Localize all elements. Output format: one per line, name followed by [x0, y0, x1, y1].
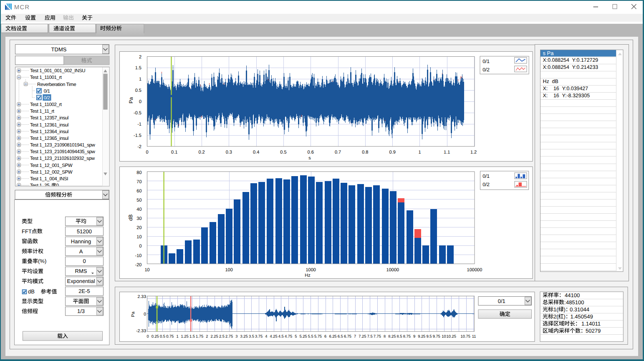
svg-text:100000: 100000 — [467, 268, 482, 273]
svg-text:0.1: 0.1 — [171, 150, 177, 155]
svg-text:0.25: 0.25 — [152, 334, 159, 338]
svg-text:10: 10 — [144, 268, 149, 273]
svg-text:2: 2 — [206, 334, 208, 338]
svg-text:9.75: 9.75 — [433, 334, 440, 338]
svg-text:485100: 485100 — [566, 299, 584, 305]
svg-text:-1: -1 — [137, 122, 141, 127]
svg-text:7.25: 7.25 — [359, 334, 366, 338]
svg-text:MCR: MCR — [14, 4, 30, 11]
svg-text:Hanning: Hanning — [71, 238, 91, 245]
svg-text:X:0.088254 Y:0.214233: X:0.088254 Y:0.214233 — [543, 64, 599, 70]
svg-text:0/1: 0/1 — [44, 89, 50, 94]
svg-text:0.4: 0.4 — [253, 150, 259, 155]
svg-text:Test 1_12364_insul: Test 1_12364_insul — [30, 129, 68, 134]
svg-text:1.14011: 1.14011 — [581, 321, 601, 327]
svg-text:6.25: 6.25 — [329, 334, 336, 338]
svg-text:5.5: 5.5 — [308, 334, 313, 338]
svg-text:1.5: 1.5 — [189, 334, 195, 338]
svg-text:Test 1_11002_rt: Test 1_11002_rt — [30, 102, 62, 107]
svg-text:X:0.088254 Y:0.172729: X:0.088254 Y:0.172729 — [543, 57, 599, 63]
svg-text:11: 11 — [472, 334, 476, 338]
svg-text:0.2: 0.2 — [198, 150, 205, 155]
svg-text:0.75: 0.75 — [166, 334, 174, 338]
svg-text:-10: -10 — [135, 253, 142, 258]
svg-text:0.9: 0.9 — [389, 150, 396, 155]
svg-text:): ) — [564, 306, 566, 313]
svg-text:44100: 44100 — [565, 292, 580, 298]
svg-text:0.8: 0.8 — [362, 150, 368, 155]
svg-text:-1.5: -1.5 — [134, 133, 141, 138]
svg-text:-0.5: -0.5 — [134, 111, 141, 116]
svg-text:-20: -20 — [135, 263, 142, 268]
svg-text:s: s — [543, 50, 546, 56]
svg-text:0/2: 0/2 — [482, 67, 490, 73]
svg-text:Pa: Pa — [131, 311, 136, 317]
svg-text:FFT: FFT — [22, 228, 32, 235]
svg-text:2(: 2( — [553, 313, 558, 320]
svg-text:4: 4 — [265, 334, 267, 338]
svg-text:0: 0 — [144, 312, 146, 317]
svg-text:(%): (%) — [38, 258, 46, 264]
svg-text:A: A — [79, 248, 83, 255]
svg-text:4.5: 4.5 — [278, 334, 284, 338]
svg-text:2.5: 2.5 — [219, 334, 225, 338]
svg-text:3: 3 — [235, 334, 237, 338]
svg-text:0/1: 0/1 — [482, 58, 490, 64]
svg-text:3.75: 3.75 — [255, 334, 263, 338]
svg-text:8: 8 — [384, 334, 386, 338]
svg-text:1: 1 — [139, 77, 141, 82]
svg-text:0/1: 0/1 — [498, 298, 505, 304]
svg-text:1.75: 1.75 — [196, 334, 203, 338]
svg-text:RMS: RMS — [75, 268, 87, 274]
svg-text:Test 1_12_002_SPW: Test 1_12_002_SPW — [30, 170, 73, 175]
svg-text:10.75: 10.75 — [461, 334, 470, 338]
svg-text:51200: 51200 — [77, 228, 92, 235]
svg-text:X: 16 Y:-8.329305: X: 16 Y:-8.329305 — [543, 93, 590, 98]
svg-text:6.75: 6.75 — [344, 334, 351, 338]
svg-text:0.7: 0.7 — [335, 150, 341, 155]
svg-text:3.25: 3.25 — [240, 334, 248, 338]
svg-text:60: 60 — [136, 189, 141, 194]
svg-text:0.5: 0.5 — [280, 150, 286, 155]
svg-text:6: 6 — [324, 334, 326, 338]
svg-text:4.75: 4.75 — [285, 334, 292, 338]
svg-text:10: 10 — [442, 334, 446, 338]
svg-text:Test 1_11_rt: Test 1_11_rt — [30, 109, 55, 114]
svg-text:TDMS: TDMS — [51, 46, 67, 53]
svg-text:Hz: Hz — [305, 273, 310, 278]
svg-text:6.5: 6.5 — [338, 334, 343, 338]
svg-text:Test 1_11001_rt: Test 1_11001_rt — [30, 75, 62, 80]
svg-text:7.75: 7.75 — [374, 334, 381, 338]
svg-text:Test 1_123_210908101941_spw: Test 1_123_210908101941_spw — [30, 143, 96, 148]
svg-text:0: 0 — [146, 334, 149, 338]
svg-text:2E-5: 2E-5 — [78, 288, 90, 294]
svg-text:Test 1_001_001_002_INSU: Test 1_001_001_002_INSU — [30, 68, 85, 73]
svg-text:10.25: 10.25 — [447, 334, 456, 338]
svg-text:s: s — [308, 156, 311, 161]
svg-text:1.1: 1.1 — [444, 150, 450, 155]
svg-text:5.25: 5.25 — [299, 334, 307, 338]
svg-text:80: 80 — [136, 170, 141, 175]
svg-text:100: 100 — [225, 268, 232, 273]
svg-text:0.3: 0.3 — [226, 150, 232, 155]
svg-text:5: 5 — [295, 334, 297, 338]
svg-text:Test 1_123_210914094435_spw: Test 1_123_210914094435_spw — [30, 149, 96, 154]
svg-text:1.2: 1.2 — [470, 150, 477, 155]
svg-text:0/1: 0/1 — [482, 173, 490, 179]
svg-text:Test 1_12361_insul: Test 1_12361_insul — [30, 123, 68, 128]
svg-text:10000: 10000 — [386, 268, 399, 273]
svg-text:X: 16 Y:0.039427: X: 16 Y:0.039427 — [543, 86, 588, 91]
svg-text:2: 2 — [139, 55, 141, 60]
svg-text:50279: 50279 — [586, 328, 601, 334]
svg-text:1/3: 1/3 — [77, 308, 85, 314]
svg-text:0.5: 0.5 — [135, 88, 141, 93]
svg-text:1.450549: 1.450549 — [571, 313, 593, 320]
svg-text:0.31044: 0.31044 — [570, 306, 589, 313]
svg-text:): ) — [564, 313, 566, 320]
svg-text:Hz dB: Hz dB — [543, 78, 558, 84]
svg-text:0.6: 0.6 — [308, 150, 314, 155]
svg-text:30: 30 — [136, 216, 141, 221]
svg-text:4.25: 4.25 — [270, 334, 278, 338]
svg-text:7.5: 7.5 — [367, 334, 373, 338]
svg-text:0: 0 — [146, 150, 148, 155]
